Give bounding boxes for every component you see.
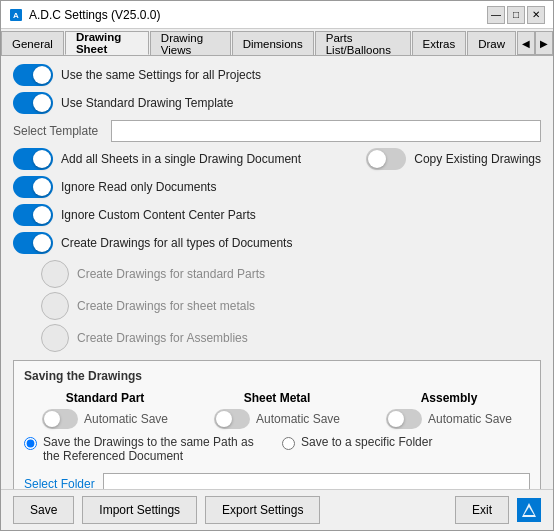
folder-row: Select Folder [24, 473, 530, 489]
minimize-button[interactable]: — [487, 6, 505, 24]
saving-col-header-standard: Standard Part [24, 391, 186, 405]
saving-toggle-label-sheet-metal: Automatic Save [256, 412, 340, 426]
saving-toggle-label-standard: Automatic Save [84, 412, 168, 426]
toggle-standard-template[interactable] [13, 92, 53, 114]
main-window: A A.D.C Settings (V25.0.0) — □ ✕ General… [0, 0, 554, 531]
toggle-ignore-custom[interactable] [13, 204, 53, 226]
footer: Save Import Settings Export Settings Exi… [1, 489, 553, 530]
exit-button[interactable]: Exit [455, 496, 509, 524]
sub-row-assembly: Create Drawings for Assemblies [41, 324, 541, 352]
window-controls: — □ ✕ [487, 6, 545, 24]
saving-toggle-assembly[interactable] [386, 409, 422, 429]
import-settings-button[interactable]: Import Settings [82, 496, 197, 524]
app-icon: A [9, 8, 23, 22]
toggle-add-all-sheets-label: Add all Sheets in a single Drawing Docum… [61, 152, 358, 166]
saving-section: Saving the Drawings Standard Part Automa… [13, 360, 541, 489]
tab-nav-prev[interactable]: ◀ [517, 31, 535, 55]
toggle-standard-template-label: Use Standard Drawing Template [61, 96, 234, 110]
saving-col-header-sheet-metal: Sheet Metal [196, 391, 358, 405]
toggle-row-ignore-readonly: Ignore Read only Documents [13, 176, 541, 198]
title-bar: A A.D.C Settings (V25.0.0) — □ ✕ [1, 1, 553, 29]
tab-drawing-views[interactable]: Drawing Views [150, 31, 231, 55]
saving-toggle-row-assembly: Automatic Save [368, 409, 530, 429]
svg-text:A: A [13, 11, 19, 20]
radio-row-pair: Save the Drawings to the same Path as th… [24, 435, 530, 467]
tab-dimensions[interactable]: Dimensions [232, 31, 314, 55]
tab-draw[interactable]: Draw [467, 31, 516, 55]
saving-col-sheet-metal: Sheet Metal Automatic Save [196, 391, 358, 429]
select-template-input[interactable] [111, 120, 541, 142]
saving-toggle-label-assembly: Automatic Save [428, 412, 512, 426]
export-settings-button[interactable]: Export Settings [205, 496, 320, 524]
select-template-row: Select Template [13, 120, 541, 142]
radio-specific-folder-label: Save to a specific Folder [301, 435, 432, 449]
tab-extras[interactable]: Extras [412, 31, 467, 55]
toggle-create-drawings[interactable] [13, 232, 53, 254]
tab-drawing-sheet[interactable]: Drawing Sheet [65, 31, 149, 55]
toggle-ignore-readonly[interactable] [13, 176, 53, 198]
corner-icon [517, 498, 541, 522]
toggle-ignore-readonly-label: Ignore Read only Documents [61, 180, 216, 194]
radio-specific-folder[interactable] [282, 437, 295, 450]
toggle-add-all-sheets[interactable] [13, 148, 53, 170]
saving-title: Saving the Drawings [24, 369, 530, 383]
radio-toggle-standard[interactable] [41, 260, 69, 288]
tab-general[interactable]: General [1, 31, 64, 55]
toggle-copy-existing[interactable] [366, 148, 406, 170]
toggle-row-create-drawings: Create Drawings for all types of Documen… [13, 232, 541, 254]
tabs-container: General Drawing Sheet Drawing Views Dime… [1, 29, 553, 56]
title-bar-left: A A.D.C Settings (V25.0.0) [9, 8, 160, 22]
close-button[interactable]: ✕ [527, 6, 545, 24]
maximize-button[interactable]: □ [507, 6, 525, 24]
toggle-same-settings[interactable] [13, 64, 53, 86]
tab-nav-next[interactable]: ▶ [535, 31, 553, 55]
saving-toggle-row-sheet-metal: Automatic Save [196, 409, 358, 429]
select-template-label: Select Template [13, 124, 103, 138]
saving-toggle-standard[interactable] [42, 409, 78, 429]
toggle-copy-existing-label: Copy Existing Drawings [414, 152, 541, 166]
select-folder-label[interactable]: Select Folder [24, 477, 95, 489]
sub-label-assembly: Create Drawings for Assemblies [77, 331, 248, 345]
window-title: A.D.C Settings (V25.0.0) [29, 8, 160, 22]
tab-parts-list[interactable]: Parts List/Balloons [315, 31, 411, 55]
toggle-row-same-settings: Use the same Settings for all Projects [13, 64, 541, 86]
save-button[interactable]: Save [13, 496, 74, 524]
sub-label-standard: Create Drawings for standard Parts [77, 267, 265, 281]
sub-row-standard: Create Drawings for standard Parts [41, 260, 541, 288]
radio-toggle-sheet-metal[interactable] [41, 292, 69, 320]
saving-col-assembly: Assembly Automatic Save [368, 391, 530, 429]
radio-same-path[interactable] [24, 437, 37, 450]
radio-toggle-assembly[interactable] [41, 324, 69, 352]
toggle-same-settings-label: Use the same Settings for all Projects [61, 68, 261, 82]
radio-same-path-label: Save the Drawings to the same Path as th… [43, 435, 272, 463]
saving-cols: Standard Part Automatic Save Sheet Metal… [24, 391, 530, 429]
toggle-ignore-custom-label: Ignore Custom Content Center Parts [61, 208, 256, 222]
saving-toggle-row-standard: Automatic Save [24, 409, 186, 429]
radio-row-same-path: Save the Drawings to the same Path as th… [24, 435, 272, 463]
toggle-row-ignore-custom: Ignore Custom Content Center Parts [13, 204, 541, 226]
sub-label-sheet-metal: Create Drawings for sheet metals [77, 299, 255, 313]
saving-col-standard: Standard Part Automatic Save [24, 391, 186, 429]
folder-path-input[interactable] [103, 473, 530, 489]
content-area: Use the same Settings for all Projects U… [1, 56, 553, 489]
radio-row-specific-folder: Save to a specific Folder [282, 435, 530, 463]
saving-col-header-assembly: Assembly [368, 391, 530, 405]
saving-toggle-sheet-metal[interactable] [214, 409, 250, 429]
sub-row-sheet-metal: Create Drawings for sheet metals [41, 292, 541, 320]
toggle-row-standard-template: Use Standard Drawing Template [13, 92, 541, 114]
toggle-create-drawings-label: Create Drawings for all types of Documen… [61, 236, 292, 250]
